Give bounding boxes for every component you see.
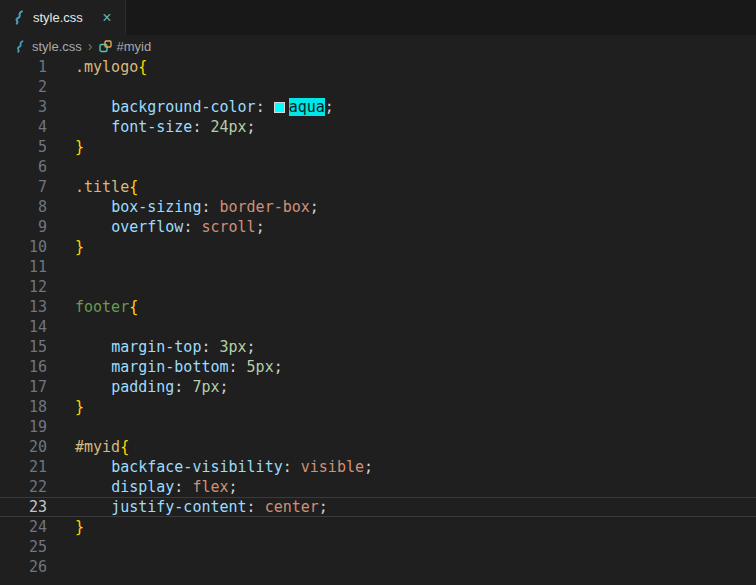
code-token: { [120,438,129,456]
code-text[interactable]: } [47,137,756,157]
code-line[interactable]: 21 backface-visibility: visible; [0,457,756,477]
code-text[interactable]: overflow: scroll; [47,217,756,237]
breadcrumb-item-file[interactable]: style.css [14,39,82,54]
code-line[interactable]: 10} [0,237,756,257]
line-number[interactable]: 26 [0,557,47,577]
code-token: .title [75,178,129,196]
code-text[interactable]: box-sizing: border-box; [47,197,756,217]
code-text[interactable]: background-color: aqua; [47,97,756,117]
line-number[interactable]: 23 [0,498,47,516]
code-token: footer [75,298,129,316]
line-number[interactable]: 12 [0,277,47,297]
code-line[interactable]: 24} [0,517,756,537]
code-text[interactable]: padding: 7px; [47,377,756,397]
code-token: { [138,58,147,76]
code-text[interactable] [47,417,756,437]
code-line[interactable]: 13footer{ [0,297,756,317]
line-number[interactable]: 20 [0,437,47,457]
line-number[interactable]: 2 [0,77,47,97]
line-number[interactable]: 24 [0,517,47,537]
line-number[interactable]: 7 [0,177,47,197]
code-line[interactable]: 12 [0,277,756,297]
code-text[interactable]: justify-content: center; [47,498,756,516]
line-number[interactable]: 15 [0,337,47,357]
code-token: display [111,478,174,496]
line-number[interactable]: 14 [0,317,47,337]
color-swatch[interactable] [274,102,285,113]
line-number[interactable]: 6 [0,157,47,177]
css-file-icon [14,40,27,53]
line-number[interactable]: 25 [0,537,47,557]
code-token: overflow [111,218,183,236]
code-text[interactable]: .mylogo{ [47,57,756,77]
code-text[interactable] [47,277,756,297]
code-line[interactable]: 19 [0,417,756,437]
code-text[interactable] [47,557,756,577]
code-text[interactable]: } [47,397,756,417]
code-text[interactable]: } [47,237,756,257]
code-text[interactable]: margin-bottom: 5px; [47,357,756,377]
line-number[interactable]: 8 [0,197,47,217]
code-line[interactable]: 4 font-size: 24px; [0,117,756,137]
code-token: #myid [75,438,120,456]
close-icon[interactable]: × [99,10,115,26]
code-line[interactable]: 2 [0,77,756,97]
code-line[interactable]: 22 display: flex; [0,477,756,497]
code-text[interactable]: #myid{ [47,437,756,457]
code-line[interactable]: 8 box-sizing: border-box; [0,197,756,217]
code-line[interactable]: 23 justify-content: center; [0,497,756,517]
code-token: ; [325,98,334,116]
line-number[interactable]: 17 [0,377,47,397]
code-line[interactable]: 5} [0,137,756,157]
code-token: visible [301,458,364,476]
code-text[interactable]: backface-visibility: visible; [47,457,756,477]
code-text[interactable]: .title{ [47,177,756,197]
code-line[interactable]: 15 margin-top: 3px; [0,337,756,357]
code-line[interactable]: 20#myid{ [0,437,756,457]
code-token: box-sizing [111,198,201,216]
line-number[interactable]: 21 [0,457,47,477]
code-line[interactable]: 25 [0,537,756,557]
line-number[interactable]: 9 [0,217,47,237]
code-line[interactable]: 1.mylogo{ [0,57,756,77]
line-number[interactable]: 11 [0,257,47,277]
tab-style-css[interactable]: style.css × [0,0,126,35]
code-line[interactable]: 14 [0,317,756,337]
line-number[interactable]: 18 [0,397,47,417]
line-number[interactable]: 4 [0,117,47,137]
line-number[interactable]: 1 [0,57,47,77]
code-token: backface-visibility [111,458,283,476]
line-number[interactable]: 10 [0,237,47,257]
editor[interactable]: 1.mylogo{23 background-color: aqua;4 fon… [0,57,756,577]
line-number[interactable]: 13 [0,297,47,317]
code-line[interactable]: 6 [0,157,756,177]
code-line[interactable]: 26 [0,557,756,577]
code-line[interactable]: 7.title{ [0,177,756,197]
code-token: : [183,218,201,236]
breadcrumb: style.css › #myid [0,35,756,57]
code-line[interactable]: 3 background-color: aqua; [0,97,756,117]
code-line[interactable]: 17 padding: 7px; [0,377,756,397]
code-line[interactable]: 11 [0,257,756,277]
code-text[interactable]: footer{ [47,297,756,317]
line-number[interactable]: 5 [0,137,47,157]
breadcrumb-item-symbol[interactable]: #myid [99,39,152,54]
code-line[interactable]: 9 overflow: scroll; [0,217,756,237]
code-text[interactable]: font-size: 24px; [47,117,756,137]
code-text[interactable] [47,317,756,337]
code-text[interactable] [47,537,756,557]
code-text[interactable] [47,257,756,277]
code-text[interactable]: display: flex; [47,477,756,497]
code-line[interactable]: 18} [0,397,756,417]
code-text[interactable]: margin-top: 3px; [47,337,756,357]
code-line[interactable]: 16 margin-bottom: 5px; [0,357,756,377]
code-token: : [174,378,192,396]
code-text[interactable]: } [47,517,756,537]
breadcrumb-file-label: style.css [32,39,82,54]
line-number[interactable]: 22 [0,477,47,497]
line-number[interactable]: 19 [0,417,47,437]
line-number[interactable]: 3 [0,97,47,117]
line-number[interactable]: 16 [0,357,47,377]
code-text[interactable] [47,77,756,97]
code-text[interactable] [47,157,756,177]
